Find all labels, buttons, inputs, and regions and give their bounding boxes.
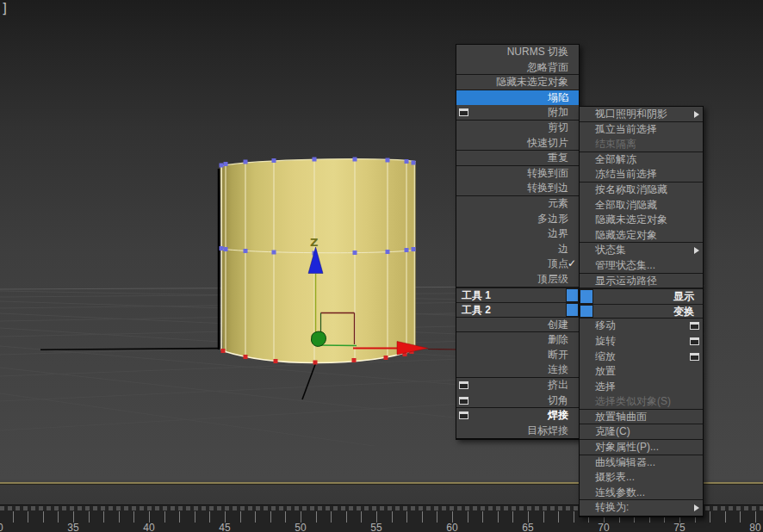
settings-box-icon[interactable] (459, 381, 468, 389)
quad-menu-item[interactable]: 元素 (456, 196, 579, 212)
menu-item-label: 克隆(C) (595, 425, 630, 437)
timeline-tick (43, 511, 44, 523)
quad-menu-item[interactable]: 忽略背面 (456, 60, 579, 76)
quadrant-square[interactable] (580, 289, 593, 304)
quad-menu-item[interactable]: 顶点✓ (456, 257, 579, 272)
gizmo-y-line[interactable] (319, 345, 357, 346)
quad-menu-item[interactable]: 删除 (456, 332, 579, 348)
quad-menu-item: 结束隔离 (580, 137, 703, 152)
menu-item-label: 剪切 (548, 121, 568, 133)
menu-item-label: 状态集 (595, 244, 626, 256)
quad-menu-item[interactable]: 对象属性(P)... (580, 440, 703, 455)
quad-menu-header[interactable]: 工具 2 (456, 302, 579, 318)
quad-menu-item[interactable]: 快速切片 (456, 136, 579, 152)
quad-menu-item[interactable]: 显示运动路径 (580, 274, 703, 289)
quad-menu-item[interactable]: 全部取消隐藏 (580, 198, 703, 213)
timeline-frame-label: 30 (0, 522, 15, 532)
menu-item-label: 选择类似对象(S) (595, 395, 671, 407)
menu-item-label: 放置轴曲面 (595, 411, 647, 423)
quad-menu-item[interactable]: NURMS 切换 (456, 45, 579, 60)
timeline-tick (725, 511, 726, 523)
timeline-frame-label: 80 (738, 522, 763, 532)
menu-item-label: 选择 (595, 380, 616, 393)
quad-menu-item[interactable]: 挤出 (456, 378, 579, 393)
quad-menu-item[interactable]: 移动 (580, 319, 703, 334)
quad-menu-item[interactable]: 缩放 (580, 350, 703, 365)
quad-menu-item[interactable]: 放置轴曲面 (580, 410, 703, 425)
quad-menu-item[interactable]: 克隆(C) (580, 424, 703, 440)
quad-menu-item[interactable]: 选择 (580, 380, 703, 395)
quad-menu-item[interactable]: 曲线编辑器... (580, 455, 703, 471)
menu-item-label: 隐藏未选定对象 (595, 213, 667, 226)
quad-menu-item[interactable]: 附加 (456, 105, 579, 121)
quad-menu-item[interactable]: 创建 (456, 318, 579, 333)
menu-item-label: 孤立当前选择 (595, 123, 657, 135)
menu-item-label: 附加 (548, 106, 568, 118)
menu-item-label: NURMS 切换 (507, 46, 568, 58)
quad-menu-header[interactable]: 显示 (580, 288, 703, 304)
quad-menu-header[interactable]: 工具 1 (456, 288, 579, 303)
quadrant-square[interactable] (566, 288, 579, 303)
quad-menu-item[interactable]: 边界 (456, 226, 579, 242)
quad-menu-item[interactable]: 视口照明和阴影 (580, 107, 703, 122)
timeline-frame-label: 40 (132, 522, 166, 532)
quad-menu-item[interactable]: 目标焊接 (456, 424, 579, 439)
settings-box-icon[interactable] (459, 397, 468, 405)
menu-item-label: 隐藏选定对象 (595, 229, 657, 241)
quad-menu-item[interactable]: 转换到边 (456, 181, 579, 196)
quad-menu-item[interactable]: 连线参数... (580, 486, 703, 501)
menu-item-label: 转换到面 (527, 167, 568, 179)
timeline-tick (482, 511, 483, 523)
quad-menu-item[interactable]: 转换为: (580, 500, 703, 516)
menu-item-label: 焊接 (548, 409, 568, 421)
quad-menu-item[interactable]: 隐藏选定对象 (580, 228, 703, 244)
submenu-arrow-icon (694, 247, 699, 254)
settings-box-icon[interactable] (459, 108, 468, 116)
quad-menu-header[interactable]: 变换 (580, 304, 703, 319)
timeline-frame-label: 70 (586, 522, 621, 532)
quad-menu-item[interactable]: 摄影表... (580, 470, 703, 486)
menu-item-label: 转换为: (595, 501, 629, 513)
quad-menu-item[interactable]: 管理状态集... (580, 258, 703, 274)
quad-menu-item[interactable]: 多边形 (456, 212, 579, 227)
timeline-tick (103, 511, 104, 523)
quad-menu-item[interactable]: 剪切 (456, 121, 579, 136)
quad-menu-item[interactable]: 放置 (580, 364, 703, 380)
timeline-frame-label: 45 (208, 522, 242, 532)
timeline-frame-label: 50 (283, 522, 318, 532)
settings-box-icon[interactable] (690, 322, 699, 330)
quad-menu-item[interactable]: 旋转 (580, 334, 703, 350)
quad-menu-item[interactable]: 转换到面 (456, 166, 579, 182)
menu-item-label: 元素 (548, 197, 568, 209)
quad-menu-item[interactable]: 重复 (456, 151, 579, 166)
timeline-tick (179, 511, 180, 523)
gizmo-y-arrow[interactable] (312, 331, 326, 346)
quad-menu-item[interactable]: 切角 (456, 393, 579, 409)
menu-item-label: 顶层级 (537, 273, 568, 285)
quadrant-square[interactable] (580, 305, 593, 319)
quad-menu-item[interactable]: 连接 (456, 362, 579, 378)
quad-menu-item[interactable]: 断开 (456, 348, 579, 363)
menu-item-label: 移动 (595, 319, 616, 331)
menu-item-label: 转换到边 (527, 182, 568, 194)
timeline-frame-label: 65 (511, 522, 545, 532)
settings-box-icon[interactable] (690, 337, 699, 345)
quad-menu-item[interactable]: 孤立当前选择 (580, 122, 703, 138)
quad-menu-item[interactable]: 冻结当前选择 (580, 167, 703, 182)
quadrant-square[interactable] (566, 303, 579, 317)
quad-menu-item[interactable]: 边 (456, 242, 579, 257)
quad-menu-item[interactable]: 按名称取消隐藏 (580, 182, 703, 198)
quad-menu-item[interactable]: 全部解冻 (580, 152, 703, 168)
quad-menu-item[interactable]: 顶层级 (456, 272, 579, 288)
menu-item-label: 创建 (548, 319, 568, 331)
menu-item-label: 断开 (548, 349, 568, 361)
quad-menu-item[interactable]: 焊接 (456, 408, 579, 424)
timeline-tick (255, 511, 256, 523)
quad-menu-item[interactable]: 隐藏未选定对象 (580, 213, 703, 228)
quad-menu-item[interactable]: 状态集 (580, 243, 703, 258)
quad-menu-item[interactable]: 塌陷 (456, 90, 579, 106)
settings-box-icon[interactable] (459, 411, 468, 419)
check-icon: ✓ (568, 257, 576, 272)
settings-box-icon[interactable] (690, 353, 699, 361)
quad-menu-item[interactable]: 隐藏未选定对象 (456, 75, 579, 90)
